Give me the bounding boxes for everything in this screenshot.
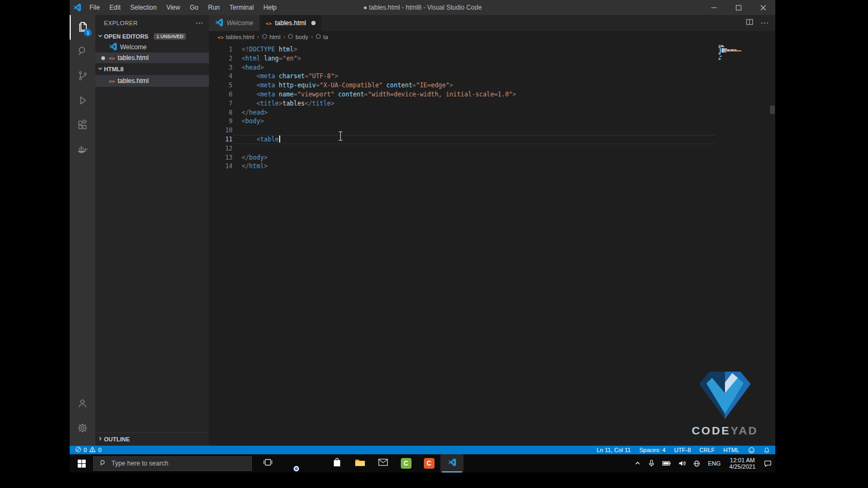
scrollbar-thumb[interactable] xyxy=(770,106,775,114)
breadcrumb-label: ta xyxy=(323,34,328,40)
code-line-3[interactable]: 3<head> xyxy=(209,63,775,72)
line-text: <body> xyxy=(233,117,264,126)
folder-header[interactable]: HTML8 xyxy=(95,63,209,75)
open-editors-header[interactable]: OPEN EDITORS 1 UNSAVED xyxy=(95,31,209,42)
feedback-icon[interactable] xyxy=(748,447,755,454)
line-text: <title>tables</title> xyxy=(233,99,334,108)
language-mode[interactable]: HTML xyxy=(723,447,739,453)
open-editor-tables.html[interactable]: <>tables.html xyxy=(95,52,209,63)
explorer-header: EXPLORER ··· xyxy=(95,15,209,31)
code-line-11[interactable]: 11 <table xyxy=(209,135,775,144)
code-line-4[interactable]: 4 <meta charset="UTF-8"> xyxy=(209,72,775,81)
code-line-9[interactable]: 9<body> xyxy=(209,117,775,126)
line-number: 7 xyxy=(209,99,233,108)
close-button[interactable] xyxy=(751,0,775,15)
minimize-button[interactable] xyxy=(701,0,726,15)
microphone-tray-icon[interactable] xyxy=(645,454,659,472)
outline-header[interactable]: OUTLINE xyxy=(95,432,209,446)
breadcrumb-html[interactable]: html xyxy=(262,34,281,40)
code-line-12[interactable]: 12 xyxy=(209,144,775,153)
code-line-7[interactable]: 7 <title>tables</title> xyxy=(209,99,775,108)
activitybar-settings-icon[interactable] xyxy=(70,417,95,441)
chevron-right-icon xyxy=(98,436,103,442)
network-icon[interactable] xyxy=(690,454,704,472)
activitybar-docker-icon[interactable] xyxy=(70,138,95,163)
tab-tables.html[interactable]: <>tables.html xyxy=(260,15,322,31)
taskbar-file-explorer-icon[interactable] xyxy=(348,454,371,472)
vscode-icon xyxy=(215,18,223,28)
code-line-8[interactable]: 8</head> xyxy=(209,108,775,117)
clock[interactable]: 12:01 AM 4/25/2021 xyxy=(724,454,760,472)
file-explorer-glyph xyxy=(355,458,365,469)
explorer-more-icon[interactable]: ··· xyxy=(196,20,204,26)
line-number: 14 xyxy=(209,162,233,171)
line-number: 12 xyxy=(209,144,233,153)
start-button[interactable] xyxy=(70,454,93,472)
activitybar-extensions-icon[interactable] xyxy=(70,114,95,138)
notifications-icon[interactable] xyxy=(764,447,770,454)
menu-item-terminal[interactable]: Terminal xyxy=(225,0,258,15)
volume-icon[interactable] xyxy=(675,454,690,472)
menu-item-file[interactable]: File xyxy=(85,0,104,15)
chevron-down-icon xyxy=(98,66,103,72)
problems-indicator[interactable]: 0 0 xyxy=(75,446,101,454)
file-tables.html[interactable]: <>tables.html xyxy=(95,75,209,87)
code-line-6[interactable]: 6 <meta name="viewport" content="width=d… xyxy=(209,90,775,99)
action-center-icon[interactable] xyxy=(760,454,775,472)
menu-item-selection[interactable]: Selection xyxy=(125,0,161,15)
battery-icon[interactable] xyxy=(659,454,675,472)
activitybar-account-icon[interactable] xyxy=(70,392,95,417)
hidden-icons-chevron[interactable] xyxy=(631,454,645,472)
menu-item-go[interactable]: Go xyxy=(185,0,203,15)
breadcrumb-ta[interactable]: ta xyxy=(316,34,328,40)
code-line-13[interactable]: 13</body> xyxy=(209,153,775,162)
breadcrumb-body[interactable]: body xyxy=(288,34,308,40)
menu-item-view[interactable]: View xyxy=(161,0,185,15)
code-line-1[interactable]: 1<!DOCTYPE html> xyxy=(209,45,775,54)
encoding[interactable]: UTF-8 xyxy=(674,447,691,453)
activitybar-search-icon[interactable] xyxy=(70,40,95,64)
symbol-icon xyxy=(288,34,293,40)
indentation[interactable]: Spaces: 4 xyxy=(639,447,665,453)
taskbar-chrome-icon[interactable] xyxy=(279,454,302,472)
code-line-14[interactable]: 14</html> xyxy=(209,162,775,171)
menu-item-run[interactable]: Run xyxy=(203,0,225,15)
menu-item-edit[interactable]: Edit xyxy=(104,0,125,15)
vscode-window: FileEditSelectionViewGoRunTerminalHelp ●… xyxy=(70,0,775,472)
taskbar-camtasia-icon[interactable]: C xyxy=(394,454,417,472)
taskbar-vscode-icon[interactable] xyxy=(440,454,463,472)
taskbar-mail-icon[interactable] xyxy=(371,454,394,472)
vscode-glyph xyxy=(448,458,457,469)
activitybar-source-control-icon[interactable] xyxy=(70,64,95,89)
open-editor-welcome[interactable]: Welcome xyxy=(95,42,209,52)
code-line-10[interactable]: 10 xyxy=(209,126,775,135)
maximize-button[interactable] xyxy=(726,0,751,15)
minimap[interactable] xyxy=(719,45,768,60)
line-text: <head> xyxy=(233,63,264,72)
code-line-2[interactable]: 2<html lang="en"> xyxy=(209,54,775,63)
line-number: 1 xyxy=(209,45,233,54)
tab-welcome[interactable]: Welcome xyxy=(209,15,260,31)
activitybar-run-debug-icon[interactable] xyxy=(70,89,95,114)
text-caret xyxy=(279,135,280,142)
camtasia-glyph: C xyxy=(401,458,411,469)
taskbar-task-view-icon[interactable] xyxy=(256,454,279,472)
breadcrumb-tables.html[interactable]: <>tables.html xyxy=(218,34,255,40)
dirty-dot[interactable] xyxy=(311,21,316,25)
menubar: FileEditSelectionViewGoRunTerminalHelp xyxy=(85,0,281,15)
taskbar-edge-icon[interactable] xyxy=(302,454,325,472)
taskbar-search[interactable]: Type here to search xyxy=(93,456,252,471)
mail-glyph xyxy=(378,459,388,468)
taskbar-camtasia-recorder-icon[interactable]: C xyxy=(417,454,440,472)
eol-sequence[interactable]: CRLF xyxy=(699,447,715,453)
language-indicator[interactable]: ENG xyxy=(704,454,724,472)
code-line-5[interactable]: 5 <meta http-equiv="X-UA-Compatible" con… xyxy=(209,81,775,90)
taskbar-store-icon[interactable] xyxy=(325,454,348,472)
watermark-text: CODEYAD xyxy=(682,424,768,437)
search-placeholder: Type here to search xyxy=(111,460,168,467)
menu-item-help[interactable]: Help xyxy=(259,0,282,15)
more-actions-icon[interactable]: ··· xyxy=(760,18,769,28)
cursor-position[interactable]: Ln 11, Col 11 xyxy=(596,447,631,453)
split-editor-icon[interactable] xyxy=(746,18,753,28)
activitybar-explorer-icon[interactable]: 1 xyxy=(70,15,95,40)
